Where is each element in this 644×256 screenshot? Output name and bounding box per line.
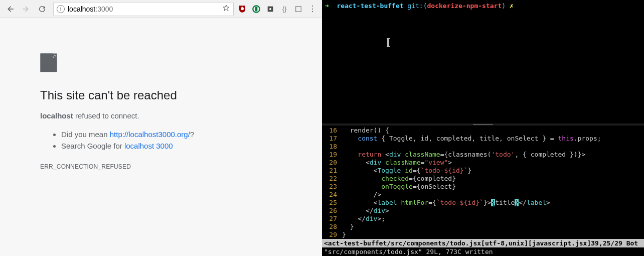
chrome-menu-icon[interactable]: ⋮ [308, 5, 317, 14]
suggestion-1-link[interactable]: http://localhost3000.org/ [110, 130, 190, 139]
line-number: 22 [322, 175, 342, 183]
error-code: ERR_CONNECTION_REFUSED [40, 163, 282, 170]
line-number: 17 [322, 135, 342, 143]
git-branch: dockerize-npm-start [427, 2, 502, 10]
right-panel: ➜ react-test-buffet git:(dockerize-npm-s… [322, 0, 644, 256]
line-number: 18 [322, 143, 342, 151]
line-number: 28 [322, 223, 342, 231]
line-number: 27 [322, 215, 342, 223]
prompt-repo: react-test-buffet [337, 2, 403, 10]
braces-icon[interactable]: {} [280, 5, 289, 14]
url-host: localhost [68, 5, 95, 13]
reload-button[interactable] [35, 2, 49, 16]
arrow-left-icon [6, 5, 15, 14]
line-number: 21 [322, 167, 342, 175]
error-subtitle: localhost refused to connect. [40, 111, 282, 120]
line-number: 26 [322, 207, 342, 215]
bookmark-star-icon[interactable] [222, 4, 230, 14]
forward-button[interactable] [19, 2, 33, 16]
error-title: This site can't be reached [40, 88, 282, 102]
privacy-badger-icon[interactable] [252, 5, 261, 14]
svg-rect-3 [255, 7, 258, 11]
suggestion-2: Search Google for localhost 3000 [61, 142, 282, 150]
back-button[interactable] [3, 2, 17, 16]
arrow-right-icon [22, 5, 31, 14]
suggestion-1: Did you mean http://localhost3000.org/? [61, 130, 282, 139]
extensions-row: {} ⋮ [238, 5, 319, 14]
svg-rect-6 [296, 6, 301, 12]
line-number: 23 [322, 183, 342, 191]
line-number: 19 [322, 151, 342, 159]
svg-rect-9 [50, 61, 52, 63]
svg-rect-8 [45, 61, 46, 63]
site-info-icon[interactable]: i [57, 5, 65, 13]
suggestion-2-link[interactable]: localhost 3000 [124, 142, 173, 150]
address-bar[interactable]: i localhost:3000 [53, 2, 234, 16]
line-number: 25 [322, 199, 342, 207]
extension-icon-2[interactable] [294, 5, 303, 14]
git-dirty-icon: ✗ [506, 2, 514, 10]
svg-rect-1 [242, 7, 243, 8]
editor-pane[interactable]: 16 render() { 17 const { Toggle, id, com… [322, 125, 644, 256]
editor-status-line: <act-test-buffet/src/components/todo.jsx… [322, 239, 644, 247]
url-port: :3000 [95, 5, 113, 13]
url-text: localhost:3000 [68, 5, 219, 13]
line-number: 20 [322, 159, 342, 167]
terminal-pane[interactable]: ➜ react-test-buffet git:(dockerize-npm-s… [322, 0, 644, 123]
editor-command-line: "src/components/todo.jsx" 29L, 773C writ… [322, 247, 644, 256]
browser-toolbar: i localhost:3000 {} ⋮ [0, 0, 322, 18]
line-number: 24 [322, 191, 342, 199]
ublock-icon[interactable] [238, 5, 247, 14]
extension-icon[interactable] [266, 5, 275, 14]
shell-prompt: ➜ react-test-buffet git:(dockerize-npm-s… [325, 2, 641, 10]
browser-window: i localhost:3000 {} ⋮ This site can't [0, 0, 322, 256]
reload-icon [38, 5, 46, 13]
line-number: 16 [322, 126, 342, 135]
svg-point-5 [269, 8, 271, 10]
code-area[interactable]: 16 render() { 17 const { Toggle, id, com… [322, 125, 644, 239]
line-number: 29 [322, 231, 342, 239]
sad-document-icon [40, 53, 57, 72]
error-host: localhost [40, 111, 73, 120]
text-cursor-icon [387, 38, 389, 47]
error-suggestions: Did you mean http://localhost3000.org/? … [40, 130, 282, 150]
error-page: This site can't be reached localhost ref… [0, 18, 322, 256]
prompt-arrow: ➜ [325, 2, 337, 10]
